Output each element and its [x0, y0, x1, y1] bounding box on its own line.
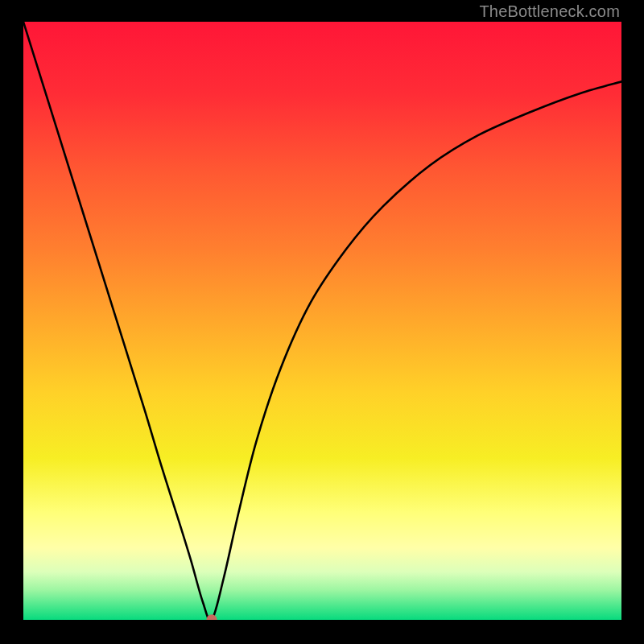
bottleneck-curve [23, 22, 621, 620]
chart-frame: TheBottleneck.com [0, 0, 644, 644]
plot-area [23, 22, 621, 621]
watermark-text: TheBottleneck.com [479, 2, 620, 21]
